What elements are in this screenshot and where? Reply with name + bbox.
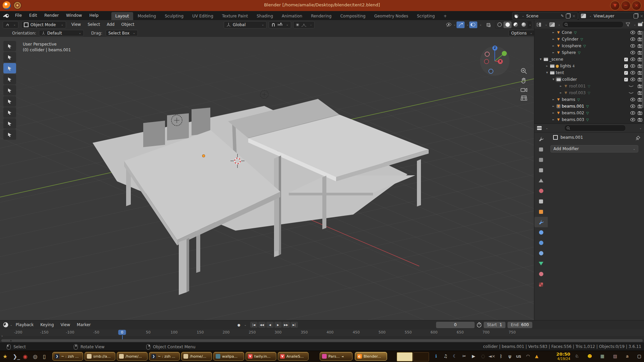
outliner-row[interactable]: ► ▼ roof.001 ▽ ✓ — [534, 83, 644, 89]
workspace-tab[interactable]: UV Editing — [188, 12, 217, 20]
timeline-menu-item[interactable]: Marker ⌄ — [73, 322, 94, 327]
timeline-editor-icon[interactable] — [3, 322, 9, 328]
taskbar-window-button[interactable]: smb://a... — [85, 352, 115, 361]
workspace-tab[interactable]: Layout — [111, 12, 133, 20]
hide-eye-icon[interactable] — [630, 37, 635, 41]
menu-item[interactable]: Edit — [25, 11, 41, 20]
outliner-row[interactable]: ► ▼ Icosphere ▽ ✓ — [534, 43, 644, 49]
timeline-menu-item[interactable]: View ⌄ — [57, 322, 73, 327]
outliner-item-label[interactable]: Cone — [562, 30, 572, 35]
disable-render-camera-icon[interactable] — [638, 91, 642, 95]
disable-render-camera-icon[interactable] — [638, 98, 642, 102]
outliner-item-label[interactable]: tent — [556, 70, 564, 75]
outliner-editor-icon[interactable] — [536, 22, 542, 27]
exclude-checkbox[interactable]: ✓ — [624, 71, 628, 75]
hide-eye-icon[interactable] — [630, 71, 635, 75]
workspace-tab[interactable]: Geometry Nodes — [370, 12, 412, 20]
pager-desktop-2[interactable] — [413, 352, 429, 361]
properties-tab[interactable] — [534, 269, 548, 279]
exclude-checkbox[interactable]: ✓ — [624, 58, 628, 61]
tray-icon[interactable]: ▢ — [636, 354, 643, 359]
outliner-scrollbar[interactable] — [642, 31, 644, 108]
mode-dropdown[interactable]: Object Mode ⌄ — [21, 21, 66, 28]
add-modifier-dropdown[interactable]: Add Modifier ⌄ — [550, 145, 638, 153]
gizmo-neg-z-axis[interactable] — [488, 69, 493, 74]
tray-icon[interactable]: ✂ — [461, 354, 468, 359]
hidden-eye-icon[interactable] — [629, 84, 634, 88]
shading-wireframe-button[interactable] — [495, 21, 503, 28]
outliner-item-label[interactable]: collider — [562, 77, 577, 82]
orientation-value-dropdown[interactable]: Default ⌄ — [39, 30, 84, 36]
outliner-row[interactable]: ► ▼ beams.003 ▽ ✓ — [534, 116, 644, 123]
transport-button[interactable]: ◀ — [266, 322, 274, 328]
properties-tab[interactable] — [534, 165, 548, 175]
transport-button[interactable]: ◀◀ — [258, 322, 266, 328]
breadcrumb-object-name[interactable]: beams.001 — [560, 135, 583, 140]
camera-view-icon[interactable] — [521, 87, 527, 93]
overlays-toggle[interactable] — [469, 21, 477, 28]
menu-item[interactable]: File — [11, 11, 25, 20]
properties-tab[interactable] — [534, 186, 548, 196]
pager-desktop-1[interactable] — [397, 352, 413, 361]
outliner-row[interactable]: ▼ ▼ collider ▽ ✓ — [534, 76, 644, 83]
taskbar-window-button[interactable]: /home/... — [117, 352, 148, 361]
hide-eye-icon[interactable] — [630, 111, 635, 115]
properties-tab[interactable] — [534, 227, 548, 238]
properties-search-input[interactable] — [564, 125, 626, 131]
window-control-button[interactable]: × — [632, 1, 641, 10]
timeline-menu-item[interactable]: Playback ⌄ — [12, 322, 37, 327]
disable-render-camera-icon[interactable] — [638, 118, 642, 122]
tray-icon[interactable]: ◌ — [480, 354, 486, 359]
hide-eye-icon[interactable] — [630, 64, 635, 68]
launcher-icon[interactable]: ◉ — [23, 353, 28, 360]
taskbar-window-button[interactable]: ❯ ~ : zsh ... — [149, 352, 180, 361]
workspace-tab[interactable]: Shading — [253, 12, 277, 20]
pin-icon[interactable] — [636, 136, 640, 140]
disable-render-camera-icon[interactable] — [638, 31, 642, 35]
viewport-menu-item[interactable]: Select — [84, 20, 103, 29]
outliner-row[interactable]: ► ▼ beams.001 ▽ ✓ — [534, 103, 644, 110]
transform-orientation-dropdown[interactable]: Global ⌄ — [224, 21, 267, 28]
properties-tab[interactable] — [534, 279, 548, 290]
properties-tab[interactable] — [534, 206, 548, 217]
viewport-3d[interactable]: User Perspective (0) collider | beams.00… — [0, 37, 534, 320]
pan-hand-icon[interactable] — [521, 77, 527, 84]
workspace-tab[interactable]: Texture Paint — [218, 12, 252, 20]
expand-arrow-icon[interactable]: ► — [552, 51, 555, 54]
expand-arrow-icon[interactable]: ► — [552, 45, 555, 47]
timeline-expand-chevron[interactable]: › — [1, 334, 3, 338]
disable-render-camera-icon[interactable] — [638, 111, 642, 115]
display-mode-icon[interactable] — [549, 22, 555, 27]
grid-view-icon[interactable] — [521, 96, 527, 101]
tool-button[interactable] — [3, 107, 16, 118]
outliner-row[interactable]: ▼ ▼ tent ▽ ✓ — [534, 69, 644, 76]
shading-solid-button[interactable] — [503, 21, 512, 28]
outliner-item-label[interactable]: Sphere — [562, 50, 576, 55]
tray-icon[interactable]: ◠ — [525, 354, 531, 359]
frame-end-field[interactable]: End600 — [507, 322, 532, 328]
workspace-tab[interactable]: Sculpting — [161, 12, 187, 20]
workspace-tab[interactable]: Scripting — [413, 12, 439, 20]
menu-item[interactable]: Render — [41, 11, 62, 20]
tool-button[interactable] — [3, 118, 16, 129]
expand-arrow-icon[interactable]: ▼ — [539, 58, 542, 61]
outliner-item-label[interactable]: Icosphere — [562, 44, 581, 48]
hide-eye-icon[interactable] — [630, 77, 635, 81]
options-dropdown[interactable]: Options ⌄ — [508, 30, 535, 36]
viewport-menu-item[interactable]: View — [68, 20, 84, 29]
transport-button[interactable]: ▶| — [290, 322, 298, 328]
expand-arrow-icon[interactable]: ► — [545, 65, 549, 67]
outliner-item-label[interactable]: roof.003 — [569, 90, 586, 95]
duplicate-icon[interactable] — [634, 14, 638, 18]
disable-render-camera-icon[interactable] — [638, 37, 642, 41]
transport-button[interactable]: ▶ — [274, 322, 282, 328]
window-control-button[interactable]: ▼ — [610, 1, 620, 10]
taskbar-window-button[interactable]: V AnalieS... — [278, 352, 309, 361]
outliner-row[interactable]: ▼ ▼ _scene ▽ ✓ — [534, 56, 644, 63]
stopwatch-icon[interactable] — [477, 322, 482, 327]
outliner-row[interactable]: ► ▼ Cylinder ▽ ✓ — [534, 36, 644, 43]
gizmo-neg-y-axis[interactable] — [485, 52, 490, 57]
expand-arrow-icon[interactable]: ► — [552, 112, 555, 114]
expand-arrow-icon[interactable]: ► — [552, 105, 555, 108]
outliner-item-label[interactable]: beams.001 — [562, 104, 584, 109]
